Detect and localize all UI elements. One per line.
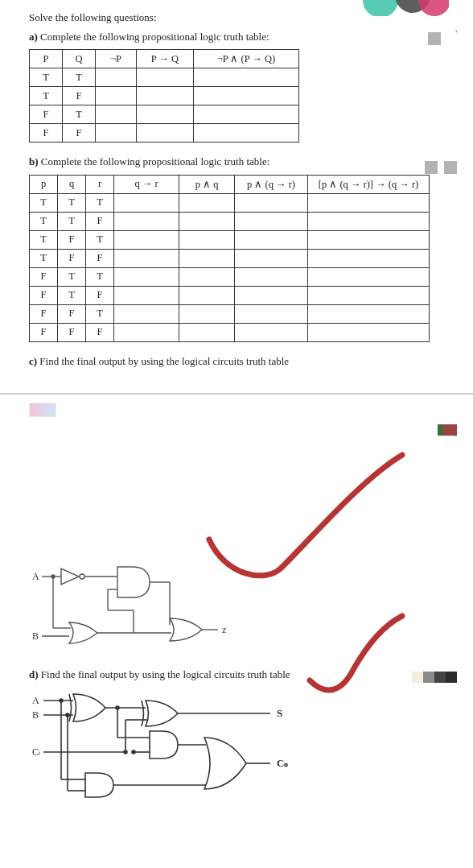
- td: T: [86, 304, 114, 323]
- td: T: [30, 68, 63, 87]
- td: T: [86, 267, 114, 286]
- th: p ∧ (q → r): [235, 175, 308, 193]
- td: F: [58, 230, 86, 249]
- td: [194, 105, 299, 124]
- truth-table-a: P Q ¬P P → Q ¬P ∧ (P → Q) TT TF FT FF: [29, 49, 299, 143]
- gray-swatch-top: [428, 32, 441, 45]
- svg-point-7: [80, 574, 84, 579]
- input-a-label: A: [32, 571, 39, 582]
- td: [308, 212, 430, 230]
- td: [235, 230, 308, 249]
- table-row: TT: [30, 68, 299, 87]
- svg-point-41: [116, 706, 119, 709]
- td: [137, 68, 194, 87]
- td: [179, 212, 235, 230]
- td: [179, 323, 235, 341]
- td: [235, 249, 308, 267]
- td: [114, 304, 179, 323]
- td: T: [30, 249, 58, 267]
- td: F: [30, 267, 58, 286]
- td: [96, 68, 137, 87]
- part-b-label: b): [29, 155, 39, 167]
- td: T: [58, 267, 86, 286]
- td: T: [30, 230, 58, 249]
- td: F: [86, 249, 114, 267]
- td: [179, 230, 235, 249]
- td: [308, 193, 430, 212]
- part-c-label: c): [29, 355, 37, 367]
- gray-swatches-b: [418, 161, 457, 177]
- part-b-text: Complete the following propositional log…: [41, 155, 270, 167]
- td: T: [86, 193, 114, 212]
- part-d-text: Find the final output by using the logic…: [41, 668, 290, 680]
- td: T: [63, 68, 96, 87]
- table-row: TFF: [30, 249, 430, 267]
- th: r: [86, 175, 114, 193]
- td: F: [30, 323, 58, 341]
- td: F: [58, 323, 86, 341]
- td: F: [86, 286, 114, 304]
- th: q → r: [114, 175, 179, 193]
- svg-point-21: [51, 575, 55, 578]
- td: [179, 267, 235, 286]
- td: T: [58, 286, 86, 304]
- td: T: [63, 105, 96, 124]
- td: [308, 230, 430, 249]
- svg-rect-5: [436, 424, 438, 436]
- td: [96, 124, 137, 143]
- table-row: FFT: [30, 304, 430, 323]
- flag-swatch: [436, 424, 457, 436]
- td: T: [30, 87, 63, 105]
- table-header-row: p q r q → r p ∧ q p ∧ (q → r) [p ∧ (q → …: [30, 175, 430, 193]
- td: F: [63, 87, 96, 105]
- part-d-label: d): [29, 668, 39, 680]
- td: [179, 249, 235, 267]
- th: p: [30, 175, 58, 193]
- part-a-label: a): [29, 31, 38, 43]
- td: [235, 193, 308, 212]
- svg-point-43: [132, 750, 135, 754]
- output-co-label: Cₒ: [277, 757, 288, 769]
- td: [179, 304, 235, 323]
- td: T: [30, 193, 58, 212]
- th: [p ∧ (q → r)] → (q → r): [308, 175, 430, 193]
- table-row: TFT: [30, 230, 430, 249]
- td: [194, 124, 299, 143]
- red-check-icon: [193, 447, 418, 592]
- td: [308, 286, 430, 304]
- td: T: [86, 230, 114, 249]
- svg-point-40: [66, 713, 69, 717]
- table-header-row: P Q ¬P P → Q ¬P ∧ (P → Q): [30, 50, 299, 68]
- td: [235, 323, 308, 341]
- td: [96, 87, 137, 105]
- th: q: [58, 175, 86, 193]
- th: p ∧ q: [179, 175, 235, 193]
- td: F: [30, 304, 58, 323]
- td: [114, 267, 179, 286]
- td: F: [58, 249, 86, 267]
- td: [308, 249, 430, 267]
- td: [235, 267, 308, 286]
- output-s-label: S: [277, 707, 282, 719]
- th: P → Q: [137, 50, 194, 68]
- td: F: [86, 212, 114, 230]
- th: ¬P ∧ (P → Q): [194, 50, 299, 68]
- td: [235, 304, 308, 323]
- td: [179, 286, 235, 304]
- part-b-line: b) Complete the following propositional …: [29, 154, 444, 170]
- part-c-text: Find the final output by using the logic…: [39, 355, 289, 367]
- table-row: FT: [30, 105, 299, 124]
- td: [114, 323, 179, 341]
- part-c-line: c) Find the final output by using the lo…: [29, 353, 444, 370]
- table-row: FTT: [30, 267, 430, 286]
- td: [137, 105, 194, 124]
- td: [137, 124, 194, 143]
- top-right-mark: ': [455, 29, 457, 38]
- td: [235, 286, 308, 304]
- td: F: [63, 124, 96, 143]
- table-row: FF: [30, 124, 299, 143]
- table-row: FFF: [30, 323, 430, 341]
- table-row: TTT: [30, 193, 430, 212]
- table-row: FTF: [30, 286, 430, 304]
- td: [194, 68, 299, 87]
